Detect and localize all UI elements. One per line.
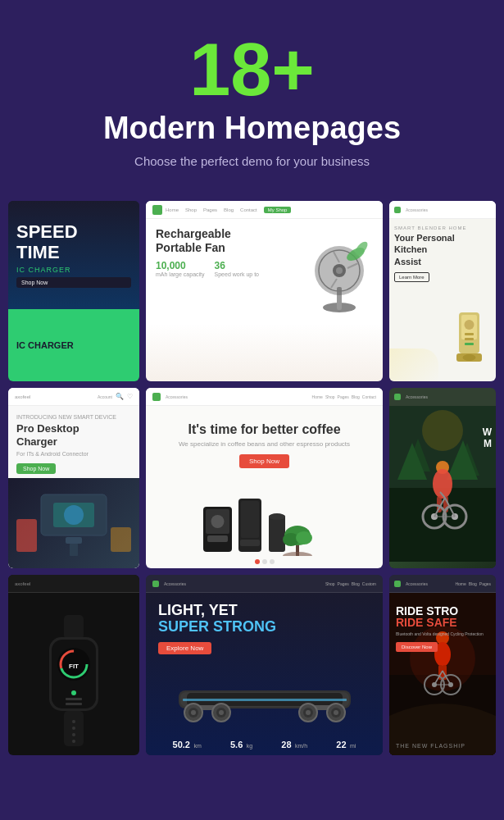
light-text: LIGHT, YET [158,602,238,618]
svg-point-90 [334,710,338,715]
svg-point-87 [306,710,311,715]
shop-now-btn[interactable]: Shop Now [239,454,289,468]
page-header: 18+ Modern Homepages Choose the perfect … [0,0,504,193]
svg-rect-28 [207,535,228,542]
svg-rect-32 [240,540,260,546]
nav-logo-icon [152,205,162,215]
fan-stat-2-label: Speed work up to [215,271,259,277]
explore-btn[interactable]: Explore Now [158,642,211,654]
card-fitness-tracker[interactable]: axofeel FIT [8,575,139,755]
coffee-title: It's time for better coffee [158,422,370,437]
card-8-nav: Accessories Shop Pages Blog Custom [146,575,383,593]
strong-text: SUPER STRONG [158,618,276,635]
speed-time-text: SPEEDTIME [16,222,131,262]
card-1-green-section: IC CHARGER [8,309,139,381]
card-kitchen-assist[interactable]: Accessories SMART BLENDER HOME Your Pers… [389,201,496,381]
ride-text-block: RIDE STRO RIDE SAFE Bluetooth and Volta … [396,605,492,652]
coffee-products [199,482,330,556]
svg-rect-68 [66,703,82,705]
blender-image [447,308,492,377]
fan-stat-2-val: 36 [215,260,259,271]
card-4-nav: axofeel Account 🔍 ♡ [8,388,139,406]
svg-point-80 [191,710,196,715]
ride-strong-text: RIDE STRO [396,605,492,617]
watch-container: FIT [41,611,107,750]
svg-point-46 [422,410,463,451]
stat-weight: 5.6 kg [230,736,252,751]
card-3-nav: Accessories [389,201,496,219]
svg-rect-91 [183,699,347,701]
svg-rect-24 [16,519,37,552]
svg-point-21 [64,505,84,525]
card-1-inner: SPEEDTIME IC CHARGER Shop Now IC CHARGER [8,201,139,381]
svg-rect-25 [111,527,131,552]
svg-rect-59 [64,615,84,640]
smart-blender-label: SMART BLENDER HOME [394,226,491,230]
biker-svg [389,406,496,562]
biker-text: WM [483,426,492,450]
ride-background: RIDE STRO RIDE SAFE Bluetooth and Volta … [389,593,496,755]
svg-point-15 [465,320,474,330]
card-3-content: SMART BLENDER HOME Your PersonalKitchenA… [389,219,496,289]
stat-distance: 50.2 km [173,736,202,751]
fan-product-image [302,226,376,319]
svg-point-72 [72,733,75,736]
learn-more-btn[interactable]: Learn More [394,272,429,282]
shop-btn-4[interactable]: Shop Now [16,463,56,474]
skateboard-stats: 50.2 km 5.6 kg 28 km/h 22 mi [146,736,383,751]
svg-point-70 [72,720,75,723]
homepage-count: 18+ [16,33,488,107]
ic-charger-label: IC CHARGER [16,340,74,350]
stat-speed-mi: 22 mi [336,736,356,751]
ride-description: Bluetooth and Volta designed Cycling Pro… [396,631,492,637]
svg-rect-17 [465,338,474,340]
card-7-nav: axofeel [8,575,139,593]
svg-rect-33 [269,515,285,552]
skateboard-text: LIGHT, YET SUPER STRONG Explore Now [158,603,276,654]
card-6-nav: Accessories [389,388,496,406]
card-biker[interactable]: Accessories [389,388,496,568]
svg-rect-18 [465,343,474,345]
svg-rect-23 [70,544,78,556]
card-speed-time[interactable]: SPEEDTIME IC CHARGER Shop Now IC CHARGER [8,201,139,381]
svg-rect-16 [465,333,474,335]
nav-logo-9 [394,581,401,587]
card-coffee[interactable]: Accessories Home Shop Pages Blog Contact… [146,388,383,568]
intro-label: INTRODUCING NEW SMART DEVICE [16,414,131,420]
skateboard-background: LIGHT, YET SUPER STRONG Explore Now [146,593,383,755]
fan-stat-1-label: mAh large capacity [156,271,205,277]
coffee-subtitle: We specialize in coffee beans and other … [158,440,370,448]
nav-logo-6 [394,394,401,400]
card-9-nav: Accessories Home Blog Pages [389,575,496,593]
charger-product-image [8,478,139,568]
nav-menu: Home Shop Pages Blog Contact My Shop [166,207,291,213]
svg-point-66 [71,690,76,695]
svg-rect-22 [66,537,82,544]
svg-point-38 [296,531,312,544]
biker-background: WM [389,406,496,568]
svg-point-34 [269,513,285,520]
svg-point-73 [72,740,75,743]
nav-logo-8 [152,581,159,587]
svg-point-5 [336,267,343,274]
card-2-nav: Home Shop Pages Blog Contact My Shop [146,201,383,219]
card-portable-fan[interactable]: Home Shop Pages Blog Contact My Shop Rec… [146,201,383,381]
card-1-dark: SPEEDTIME IC CHARGER Shop Now [8,201,139,309]
svg-text:FIT: FIT [69,663,79,670]
flagship-label: THE NEW FLAGSHIP [396,743,465,749]
page-title: Modern Homepages [16,111,488,146]
fan-stat-1-val: 10,000 [156,260,205,271]
svg-point-14 [463,354,476,361]
watch-svg: FIT [41,611,107,750]
card-ride-safe[interactable]: Accessories Home Blog Pages [389,575,496,755]
ride-safe-text: RIDE SAFE [396,617,492,628]
shop-btn-1[interactable]: Shop Now [16,277,131,288]
decoration [389,348,438,381]
nav-logo-5 [152,393,161,401]
svg-point-29 [211,515,224,528]
person-image [146,324,383,381]
discover-btn[interactable]: Discover Now [396,642,438,652]
card-pro-charger[interactable]: axofeel Account 🔍 ♡ INTRODUCING NEW SMAR… [8,388,139,568]
demo-grid: SPEEDTIME IC CHARGER Shop Now IC CHARGER… [0,193,504,772]
card-skateboard[interactable]: Accessories Shop Pages Blog Custom LIGHT… [146,575,383,755]
